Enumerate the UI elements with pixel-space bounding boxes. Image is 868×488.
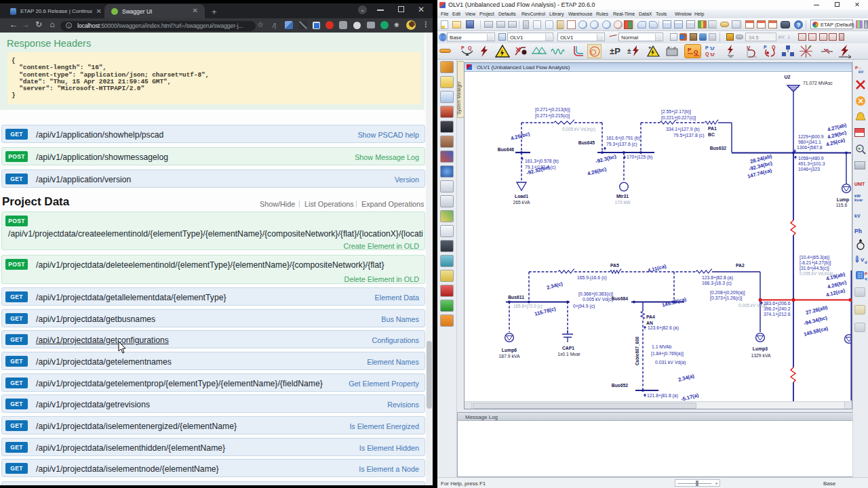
svg-text:[0.221+j0.227(c)]: [0.221+j0.227(c)] bbox=[661, 115, 696, 121]
svg-text:0.031 kV Vd(a): 0.031 kV Vd(a) bbox=[655, 360, 686, 365]
svg-text:-92.3(bc): -92.3(bc) bbox=[595, 153, 617, 165]
svg-text:4.26(bc): 4.26(bc) bbox=[587, 166, 608, 177]
svg-text:161.6+j0.791 (b): 161.6+j0.791 (b) bbox=[606, 136, 640, 141]
svg-text:396.2+j240.2: 396.2+j240.2 bbox=[764, 306, 791, 312]
svg-text:Bus645: Bus645 bbox=[578, 140, 595, 145]
svg-text:115.6: 115.6 bbox=[836, 203, 848, 207]
svg-text:980+j341.1: 980+j341.1 bbox=[798, 140, 821, 145]
svg-text:Bus611: Bus611 bbox=[508, 295, 524, 300]
svg-text:P: P bbox=[688, 47, 692, 53]
svg-text:1x0.1 Mvar: 1x0.1 Mvar bbox=[557, 352, 580, 357]
svg-text:Mtr31: Mtr31 bbox=[616, 194, 629, 199]
svg-text:2.34(c): 2.34(c) bbox=[546, 281, 564, 291]
svg-text:4.25(bc): 4.25(bc) bbox=[510, 131, 531, 142]
svg-text:-94.34(bc): -94.34(bc) bbox=[803, 314, 828, 327]
svg-text:265 kVA: 265 kVA bbox=[513, 200, 530, 205]
svg-text:PA1: PA1 bbox=[708, 126, 717, 131]
svg-text:0.005 kV Vd,ln: 0.005 kV Vd,ln bbox=[738, 303, 767, 308]
svg-text:123.8+j82.8 (a): 123.8+j82.8 (a) bbox=[702, 275, 733, 281]
svg-text:1046+j323: 1046+j323 bbox=[798, 167, 820, 172]
svg-text:[0.373+j1.26(c)]: [0.373+j1.26(c)] bbox=[710, 296, 743, 301]
svg-text:0.005 kV Vd,ln(c): 0.005 kV Vd,ln(c) bbox=[562, 127, 595, 132]
svg-text:[0.271+j0.213(b)]: [0.271+j0.213(b)] bbox=[535, 107, 570, 113]
svg-text:PA5: PA5 bbox=[610, 263, 619, 268]
svg-text:CAP1: CAP1 bbox=[562, 346, 574, 350]
svg-text:[0.368+j0.383(c)]: [0.368+j0.383(c)] bbox=[578, 291, 613, 297]
svg-text:[2.55+j2.17(b)]: [2.55+j2.17(b)] bbox=[661, 109, 691, 115]
svg-text:P: P bbox=[764, 45, 767, 49]
svg-text:0.005 kV Vd(c): 0.005 kV Vd(c) bbox=[583, 297, 613, 302]
svg-text:[1.84+j0.769(a)]: [1.84+j0.769(a)] bbox=[651, 351, 684, 357]
svg-text:PA4: PA4 bbox=[646, 314, 655, 319]
svg-text:Cable607_800: Cable607_800 bbox=[635, 336, 639, 365]
svg-text:170+j125 (b): 170+j125 (b) bbox=[627, 155, 652, 160]
svg-text:+ -: + - bbox=[667, 45, 672, 49]
svg-text:1329 kVA: 1329 kVA bbox=[751, 353, 771, 358]
svg-text:1.1 MVAb: 1.1 MVAb bbox=[652, 344, 672, 349]
svg-text:d: d bbox=[865, 260, 867, 264]
svg-text:P: P bbox=[461, 45, 465, 50]
svg-text:161.3+j0.578 (b): 161.3+j0.578 (b) bbox=[525, 159, 559, 164]
svg-text:1306+j587.8: 1306+j587.8 bbox=[797, 145, 823, 150]
svg-text:P: P bbox=[705, 45, 709, 50]
svg-text:Bus646: Bus646 bbox=[498, 147, 514, 152]
svg-text:170 kW: 170 kW bbox=[614, 200, 631, 205]
svg-text:Q: Q bbox=[705, 52, 709, 57]
svg-text:374.1+j212.6: 374.1+j212.6 bbox=[764, 312, 791, 317]
svg-text:121.8+j81.8 (a): 121.8+j81.8 (a) bbox=[647, 393, 678, 399]
svg-text:[10.4+j65.3(a)]: [10.4+j65.3(a)] bbox=[800, 255, 829, 260]
svg-text:Q: Q bbox=[468, 45, 472, 51]
svg-text:[0.208+j0.209(a)]: [0.208+j0.209(a)] bbox=[710, 290, 745, 296]
svg-text:123.6+j82.6 (a): 123.6+j82.6 (a) bbox=[648, 325, 679, 331]
svg-text:383.6+j206.6: 383.6+j206.6 bbox=[764, 301, 791, 306]
svg-text:Bus632: Bus632 bbox=[710, 146, 726, 150]
svg-text:1229+j600.9: 1229+j600.9 bbox=[798, 134, 824, 140]
svg-text:79.5+j137.8 (c): 79.5+j137.8 (c) bbox=[673, 133, 705, 138]
svg-text:Lump3: Lump3 bbox=[753, 346, 768, 352]
svg-text:71.072 MVAsc: 71.072 MVAsc bbox=[803, 81, 833, 85]
svg-text:0+j94.9 (c): 0+j94.9 (c) bbox=[573, 304, 595, 309]
svg-text:Bus652: Bus652 bbox=[612, 383, 628, 388]
svg-text:27.26(ab): 27.26(ab) bbox=[805, 304, 829, 316]
svg-text:q: q bbox=[865, 277, 867, 281]
svg-text:Q: Q bbox=[694, 49, 698, 55]
svg-text:145.58(ca): 145.58(ca) bbox=[803, 325, 829, 338]
svg-text:1058+j480.9: 1058+j480.9 bbox=[798, 156, 824, 161]
svg-text:PA2: PA2 bbox=[736, 263, 745, 268]
svg-text:U2: U2 bbox=[785, 75, 791, 79]
svg-text:±P: ±P bbox=[610, 46, 620, 56]
svg-text:165.9-j16.6 (c): 165.9-j16.6 (c) bbox=[577, 275, 607, 281]
svg-text:Load1: Load1 bbox=[515, 194, 528, 199]
svg-text:2.34(a): 2.34(a) bbox=[677, 373, 695, 383]
svg-text:Lump: Lump bbox=[837, 197, 850, 203]
svg-text:BC: BC bbox=[708, 132, 715, 137]
svg-text:+: + bbox=[858, 146, 861, 151]
svg-text:[31.6+j44.5(c)]: [31.6+j44.5(c)] bbox=[800, 266, 829, 271]
svg-text:AN: AN bbox=[646, 321, 653, 325]
svg-text:Q: Q bbox=[772, 45, 776, 50]
svg-text:187.9 kVA: 187.9 kVA bbox=[499, 354, 520, 359]
svg-text:Bus684: Bus684 bbox=[612, 296, 628, 301]
svg-text:P: P bbox=[865, 272, 867, 276]
svg-text:165.6+j72.0 (c): 165.6+j72.0 (c) bbox=[513, 304, 542, 309]
svg-text:[-6.21+j4.27(b)]: [-6.21+j4.27(b)] bbox=[800, 260, 831, 266]
svg-text:-5.17(a): -5.17(a) bbox=[680, 392, 699, 401]
svg-text:Lump6: Lump6 bbox=[502, 348, 517, 353]
svg-text:79.3+j137.6 (c): 79.3+j137.6 (c) bbox=[606, 142, 637, 147]
svg-text:334.1+j127.9 (b): 334.1+j127.9 (b) bbox=[666, 127, 700, 132]
svg-text:166.3-j16.3 (c): 166.3-j16.3 (c) bbox=[702, 281, 732, 286]
svg-text:kV: kV bbox=[859, 70, 863, 74]
svg-text:±: ± bbox=[627, 47, 631, 55]
svg-text:[0.271+j0.215(c)]: [0.271+j0.215(c)] bbox=[535, 113, 570, 119]
svg-text:491.3+j101.3: 491.3+j101.3 bbox=[798, 161, 825, 167]
svg-text:+: + bbox=[648, 45, 652, 51]
